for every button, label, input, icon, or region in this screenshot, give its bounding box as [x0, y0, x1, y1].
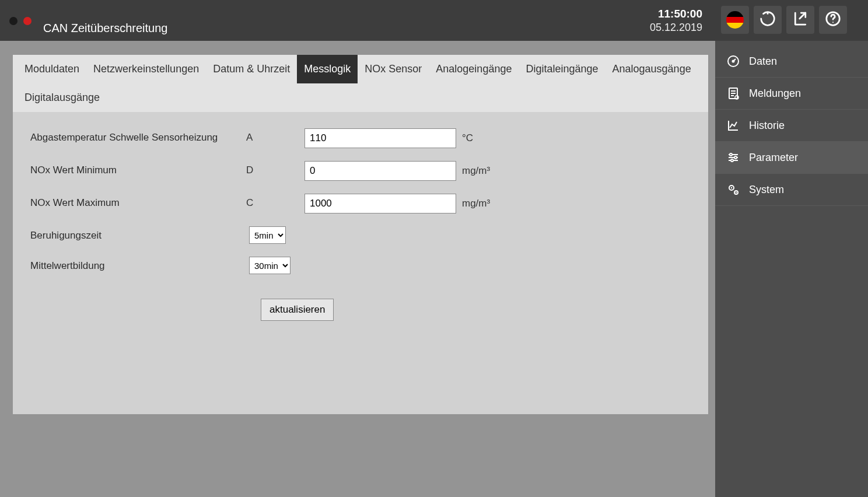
top-bar: CAN Zeitüberschreitung 11:50:00 05.12.20… — [0, 0, 715, 41]
svg-point-8 — [734, 156, 737, 159]
tab-analogeingaenge[interactable]: Analogeingänge — [429, 55, 519, 83]
tab-netzwerkeinstellungen[interactable]: Netzwerkeinstellungen — [86, 55, 206, 83]
flag-de-icon — [726, 11, 744, 29]
sidebar-item-system[interactable]: System — [715, 174, 868, 206]
unit-nox-max: mg/m³ — [462, 198, 490, 209]
tab-messlogik[interactable]: Messlogik — [297, 55, 358, 83]
tab-datum-uhrzeit[interactable]: Datum & Uhrzeit — [206, 55, 297, 83]
svg-point-0 — [767, 13, 769, 15]
window-dot-2[interactable] — [23, 17, 32, 25]
refresh-button[interactable] — [754, 6, 782, 34]
row-beruhigungszeit: Beruhigungszeit 5min — [30, 226, 691, 244]
top-action-buttons — [715, 0, 868, 41]
row-abgastemperatur: Abgastemperatur Schwelle Sensorheizung A… — [30, 128, 691, 148]
main-area: Moduldaten Netzwerkeinstellungen Datum &… — [0, 41, 715, 497]
label-beruhigungszeit: Beruhigungszeit — [30, 226, 246, 243]
unit-nox-min: mg/m³ — [462, 165, 490, 177]
report-icon — [726, 86, 741, 101]
right-column: Daten Meldungen Historie — [715, 0, 868, 497]
row-nox-min: NOx Wert Minimum D mg/m³ — [30, 161, 691, 181]
window-dot-1[interactable] — [9, 17, 18, 25]
help-icon — [824, 10, 842, 30]
code-abgastemperatur: A — [246, 128, 304, 144]
sidebar-item-label: System — [749, 184, 784, 196]
input-nox-min[interactable] — [304, 161, 456, 181]
chart-icon — [726, 118, 741, 133]
svg-point-4 — [733, 61, 734, 62]
svg-point-7 — [730, 153, 732, 156]
svg-point-11 — [731, 187, 732, 188]
sidebar-item-historie[interactable]: Historie — [715, 110, 868, 142]
select-mittelwertbildung[interactable]: 30min — [249, 257, 290, 274]
svg-point-2 — [832, 22, 834, 23]
sidebar-item-parameter[interactable]: Parameter — [715, 142, 868, 174]
code-nox-max: C — [246, 194, 304, 209]
code-nox-min: D — [246, 161, 304, 176]
window-controls — [9, 16, 32, 25]
unit-abgastemperatur: °C — [462, 132, 473, 144]
language-button[interactable] — [721, 6, 749, 34]
page-title: CAN Zeitüberschreitung — [43, 22, 650, 35]
input-abgastemperatur[interactable] — [304, 128, 456, 148]
tab-moduldaten[interactable]: Moduldaten — [18, 55, 86, 83]
tab-analogausgaenge[interactable]: Analogausgänge — [606, 55, 698, 83]
parameter-panel: Moduldaten Netzwerkeinstellungen Datum &… — [13, 55, 708, 414]
datetime-display: 11:50:00 05.12.2019 — [650, 8, 715, 34]
sidebar-item-label: Meldungen — [749, 88, 801, 100]
help-button[interactable] — [819, 6, 847, 34]
tab-digitaleingaenge[interactable]: Digitaleingänge — [519, 55, 605, 83]
row-nox-max: NOx Wert Maximum C mg/m³ — [30, 194, 691, 214]
sidebar-item-daten[interactable]: Daten — [715, 46, 868, 78]
label-nox-max: NOx Wert Maximum — [30, 194, 246, 211]
gears-icon — [726, 182, 741, 197]
tab-bar: Moduldaten Netzwerkeinstellungen Datum &… — [13, 55, 708, 112]
row-mittelwertbildung: Mittelwertbildung 30min — [30, 257, 691, 274]
sidebar-nav: Daten Meldungen Historie — [715, 41, 868, 497]
refresh-icon — [759, 10, 776, 30]
select-beruhigungszeit[interactable]: 5min — [249, 226, 286, 244]
label-abgastemperatur: Abgastemperatur Schwelle Sensorheizung — [30, 128, 246, 145]
sidebar-item-label: Daten — [749, 55, 777, 68]
label-nox-min: NOx Wert Minimum — [30, 161, 246, 178]
sliders-icon — [726, 150, 741, 165]
sidebar-item-label: Parameter — [749, 152, 798, 164]
svg-point-13 — [736, 192, 737, 193]
input-nox-max[interactable] — [304, 194, 456, 214]
label-mittelwertbildung: Mittelwertbildung — [30, 257, 246, 274]
tab-digitalausgaenge[interactable]: Digitalausgänge — [18, 83, 107, 112]
sidebar-item-meldungen[interactable]: Meldungen — [715, 78, 868, 110]
clock-time: 11:50:00 — [650, 8, 702, 20]
clock-date: 05.12.2019 — [650, 22, 702, 34]
sidebar-item-label: Historie — [749, 120, 785, 132]
export-icon — [792, 10, 809, 30]
tab-nox-sensor[interactable]: NOx Sensor — [358, 55, 429, 83]
svg-point-9 — [731, 159, 733, 162]
export-button[interactable] — [786, 6, 814, 34]
gauge-icon — [726, 54, 741, 69]
update-button[interactable]: aktualisieren — [261, 299, 334, 321]
form-area: Abgastemperatur Schwelle Sensorheizung A… — [13, 112, 708, 414]
